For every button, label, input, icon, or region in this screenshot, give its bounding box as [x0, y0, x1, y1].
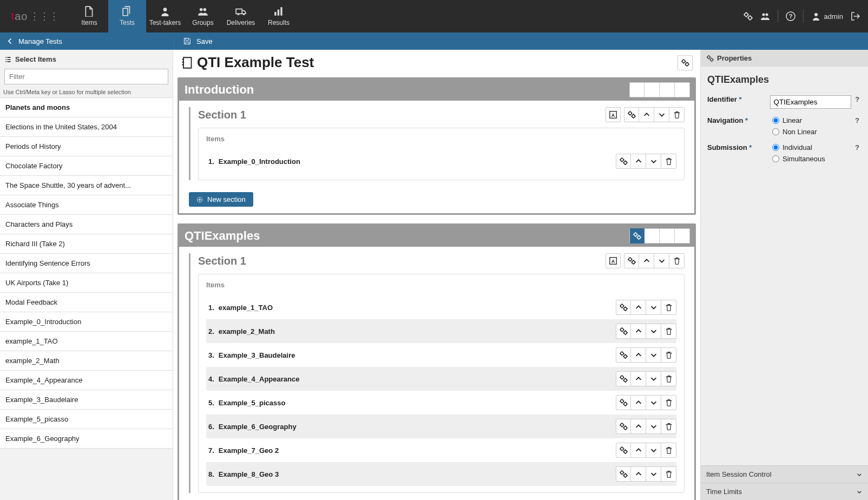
nav-results[interactable]: Results — [260, 0, 298, 32]
gear-icon[interactable] — [629, 82, 645, 97]
gear-icon[interactable] — [624, 253, 639, 268]
item-row[interactable]: Example_6_Geography — [0, 429, 173, 449]
move-down-button[interactable] — [646, 371, 661, 386]
delete-button[interactable] — [661, 395, 676, 410]
item-row[interactable]: Characters and Plays — [0, 215, 173, 234]
gear-icon[interactable] — [624, 107, 639, 122]
items-label: Items — [206, 281, 676, 289]
back-label: Manage Tests — [18, 37, 62, 45]
move-down-button[interactable] — [646, 419, 661, 434]
properties-title: Properties — [701, 50, 868, 67]
item-row[interactable]: Planets and moons — [0, 98, 173, 117]
move-up-button[interactable] — [631, 395, 646, 410]
item-row[interactable]: example_1_TAO — [0, 332, 173, 351]
delete-button[interactable] — [675, 228, 690, 244]
gear-icon[interactable] — [616, 371, 631, 386]
item-row[interactable]: example_2_Math — [0, 351, 173, 371]
delete-button[interactable] — [675, 82, 690, 97]
move-up-button[interactable] — [631, 443, 646, 458]
submission-option[interactable]: Individual — [772, 143, 851, 152]
part-title: QTIExamples — [185, 229, 260, 243]
item-row[interactable]: Elections in the United States, 2004 — [0, 117, 173, 137]
move-down-button[interactable] — [646, 324, 661, 339]
gear-icon[interactable] — [616, 347, 631, 363]
delete-button[interactable] — [661, 324, 676, 339]
navigation-option[interactable]: Linear — [772, 116, 851, 124]
logo[interactable]: tao ⋮⋮⋮ — [0, 0, 70, 32]
item-row[interactable]: Richard III (Take 2) — [0, 234, 173, 254]
delete-button[interactable] — [661, 443, 676, 458]
identifier-input[interactable] — [770, 95, 851, 109]
filter-input[interactable] — [4, 69, 168, 84]
navigation-option[interactable]: Non Linear — [772, 128, 851, 136]
help-icon[interactable] — [786, 11, 795, 21]
nav-items[interactable]: Items — [70, 0, 108, 32]
move-down-button[interactable] — [646, 347, 661, 363]
move-up-button[interactable] — [631, 347, 646, 363]
test-editor: QTI Example Test IntroductionSection 1It… — [173, 50, 700, 500]
move-down-button[interactable] — [646, 300, 661, 315]
item-row[interactable]: Modal Feedback — [0, 293, 173, 312]
section-title: Section 1 — [198, 255, 246, 267]
move-up-button[interactable] — [631, 371, 646, 386]
new-section-button[interactable]: New section — [189, 192, 253, 207]
rubric-button[interactable] — [606, 107, 621, 122]
move-up-button[interactable] — [631, 324, 646, 339]
gear-icon[interactable] — [616, 154, 631, 169]
item-row[interactable]: Identifying Sentence Errors — [0, 254, 173, 273]
gear-icon[interactable] — [616, 395, 631, 410]
gear-icon[interactable] — [616, 466, 631, 482]
move-up-button[interactable] — [631, 466, 646, 482]
delete-button[interactable] — [661, 347, 676, 363]
move-down-button[interactable] — [646, 443, 661, 458]
delete-button[interactable] — [661, 154, 676, 169]
gear-icon[interactable] — [616, 300, 631, 315]
submission-option[interactable]: Simultaneous — [772, 155, 851, 163]
logout-icon[interactable] — [851, 11, 860, 21]
help-icon[interactable]: ? — [853, 116, 862, 124]
gear-icon[interactable] — [616, 419, 631, 434]
item-row[interactable]: Example_3_Baudelaire — [0, 390, 173, 410]
user-menu[interactable]: admin — [811, 11, 843, 21]
rubric-button[interactable] — [606, 253, 621, 268]
save-button[interactable]: Save — [173, 37, 868, 45]
delete-button[interactable] — [661, 419, 676, 434]
gear-icon[interactable] — [629, 228, 645, 244]
item-row[interactable]: Example_0_Introduction — [0, 312, 173, 332]
delete-button[interactable] — [661, 466, 676, 482]
move-down-button — [646, 466, 661, 482]
accordion-time-limits[interactable]: Time Limits — [701, 483, 868, 500]
help-icon[interactable]: ? — [853, 143, 862, 152]
move-down-button[interactable] — [660, 82, 675, 97]
delete-button — [669, 107, 685, 122]
move-up-button[interactable] — [631, 419, 646, 434]
gear-icon[interactable] — [616, 324, 631, 339]
help-icon[interactable]: ? — [853, 95, 862, 103]
move-down-button[interactable] — [646, 395, 661, 410]
nav-groups[interactable]: Groups — [184, 0, 222, 32]
item-row[interactable]: Associate Things — [0, 195, 173, 215]
users-icon[interactable] — [760, 11, 770, 21]
selection-hint: Use Ctrl/Meta key or Lasso for multiple … — [0, 87, 173, 97]
test-item-row: 3.Example_3_Baudelaire — [206, 343, 676, 367]
item-row[interactable]: Example_4_Appearance — [0, 371, 173, 390]
accordion-item-session-control[interactable]: Item Session Control — [701, 465, 868, 483]
back-button[interactable]: Manage Tests — [0, 37, 173, 45]
move-up-button[interactable] — [645, 228, 660, 244]
test-settings-button[interactable] — [678, 55, 693, 70]
item-row[interactable]: The Space Shuttle, 30 years of advent... — [0, 176, 173, 195]
item-row[interactable]: Chocolate Factory — [0, 156, 173, 176]
items-panel: Select Items Use Ctrl/Meta key or Lasso … — [0, 50, 173, 500]
delete-button[interactable] — [661, 371, 676, 386]
settings-icon[interactable] — [743, 11, 753, 21]
nav-tests[interactable]: Tests — [108, 0, 146, 32]
move-down-button — [654, 253, 669, 268]
delete-button[interactable] — [661, 300, 676, 315]
item-row[interactable]: Example_5_picasso — [0, 410, 173, 429]
top-nav: tao ⋮⋮⋮ ItemsTestsTest-takersGroupsDeliv… — [0, 0, 868, 32]
item-row[interactable]: Periods of History — [0, 137, 173, 156]
nav-deliveries[interactable]: Deliveries — [222, 0, 260, 32]
nav-test-takers[interactable]: Test-takers — [146, 0, 184, 32]
item-row[interactable]: UK Airports (Take 1) — [0, 273, 173, 293]
gear-icon[interactable] — [616, 443, 631, 458]
